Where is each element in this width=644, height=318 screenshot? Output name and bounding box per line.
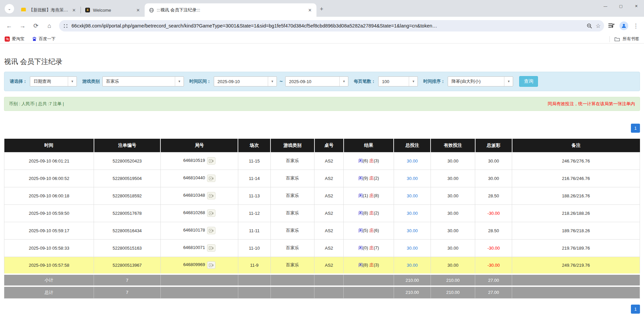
replay-video-icon[interactable] [207,192,215,199]
cell-table-no: AS2 [314,152,344,170]
cell-bet-id: 522800519504 [94,170,161,187]
query-button[interactable]: 查询 [519,76,538,87]
total-row: 总计 7 210.00 210.00 27.00 [4,286,640,298]
page-title: 视讯 会员下注纪录 [4,57,640,66]
cell-payout: 28.50 [475,187,512,204]
cell-game-type: 百家乐 [270,257,314,274]
tab-close-icon[interactable]: ✕ [307,7,313,13]
cell-valid-bet: 30.00 [431,152,475,170]
browser-toolbar: ← → ⟳ ⌂ 66cxkj98.com/ipl/portal.php/game… [0,17,644,35]
chevron-down-icon: ▼ [175,77,184,86]
header-game-type: 游戏类别 [270,139,314,152]
forward-icon[interactable]: → [17,20,28,31]
profile-avatar[interactable] [620,21,628,30]
bookmark-label: 百度一下 [39,36,56,42]
minimize-button[interactable]: — [598,0,613,12]
replay-video-icon[interactable] [207,227,215,234]
cell-total-bet[interactable]: 30.00 [394,204,431,222]
cell-bet-id: 522800520423 [94,152,161,170]
total-valid-bet: 210.00 [431,286,475,298]
tab-forum[interactable]: 【新提醒】海燕策略论坛 - 综合 ✕ [17,3,81,17]
replay-video-icon[interactable] [207,157,215,165]
cell-time: 2025-09-10 05:58:33 [4,239,94,257]
cell-total-bet[interactable]: 30.00 [394,222,431,239]
cell-valid-bet: 30.00 [431,239,475,257]
cell-note: 219.76/189.76 [512,239,640,257]
cell-total-bet[interactable]: 30.00 [394,152,431,170]
date-range-label: 时间区间： [189,78,211,84]
bookmark-aitaobao[interactable]: 淘 爱淘宝 [5,36,24,42]
replay-video-icon[interactable] [207,209,215,217]
bookmark-star-icon[interactable]: ☆ [596,22,601,29]
page-number-button-bottom[interactable]: 1 [631,305,640,314]
tab-welcome[interactable]: ⵣ Welcome ✕ [81,3,145,17]
header-time: 时间 [4,139,94,152]
round-number: 646810268 [183,210,205,215]
home-icon[interactable]: ⌂ [44,20,55,31]
cell-game-type: 百家乐 [270,152,314,170]
back-icon[interactable]: ← [3,20,15,31]
subtotal-valid-bet: 210.00 [431,274,475,286]
url-text[interactable]: 66cxkj98.com/ipl/portal.php/game/betreco… [71,23,583,28]
chevron-down-icon: ▼ [68,77,77,86]
subtotal-total-bet: 210.00 [394,274,431,286]
cell-game-type: 百家乐 [270,204,314,222]
cell-session: 11-14 [238,170,270,187]
cell-session: 11-11 [238,222,270,239]
date-from-select[interactable]: 2025-09-10 ▼ [214,76,277,86]
tab-search-button[interactable]: ⌄ [5,4,14,13]
cell-bet-id: 522800517678 [94,204,161,222]
tab-close-icon[interactable]: ✕ [71,7,77,13]
cell-table-no: AS2 [314,257,344,274]
close-button[interactable]: ✕ [629,0,644,12]
cell-round: 646810348 [160,187,238,204]
cell-total-bet[interactable]: 30.00 [394,239,431,257]
total-label: 总计 [4,286,94,298]
address-bar[interactable]: 66cxkj98.com/ipl/portal.php/game/betreco… [59,20,604,31]
cell-total-bet[interactable]: 30.00 [394,257,431,274]
cell-bet-id: 522800518592 [94,187,161,204]
site-settings-icon[interactable] [63,23,68,28]
replay-video-icon[interactable] [207,261,215,269]
cell-game-type: 百家乐 [270,187,314,204]
game-type-label: 游戏类别 [82,78,100,84]
cell-round: 646810178 [160,222,238,239]
cell-bet-id: 522800515163 [94,239,161,257]
tab-bet-record[interactable]: :::视讯 会员下注纪录::: ✕ [145,3,316,17]
replay-video-icon[interactable] [207,175,215,182]
replay-video-icon[interactable] [207,244,215,252]
cell-note: 216.76/246.76 [512,170,640,187]
game-type-select[interactable]: 百家乐 ▼ [102,76,184,86]
cell-total-bet[interactable]: 30.00 [394,187,431,204]
toolbar-right: ⋮ [608,21,641,30]
cell-total-bet[interactable]: 30.00 [394,170,431,187]
tab-close-icon[interactable]: ✕ [135,7,141,13]
all-bookmarks[interactable]: 所有书签 [609,36,639,42]
date-to-select[interactable]: 2025-09-10 ▼ [285,76,348,86]
round-number: 646810440 [183,175,205,180]
total-payout: 27.00 [475,286,512,298]
sort-label: 时间排序： [423,78,445,84]
maximize-button[interactable]: ▢ [613,0,629,12]
reload-icon[interactable]: ⟳ [30,20,42,31]
cell-result: 闲(9) 庄(2) [344,170,394,187]
bookmark-baidu[interactable]: 百度一下 [32,36,56,42]
cell-session: 11-9 [238,257,270,274]
all-bookmarks-label: 所有书签 [623,36,639,42]
table-row: 2025-09-10 05:57:58522800513967646809969… [4,257,640,274]
sort-select[interactable]: 降幂(由大到小) ▼ [448,76,513,86]
media-playlist-icon[interactable] [608,23,615,29]
page-size-select[interactable]: 100 ▼ [378,76,418,86]
round-number: 646810519 [183,158,205,163]
cell-payout: -30.00 [475,239,512,257]
zoom-out-icon[interactable] [587,23,592,29]
header-valid-bet: 有效投注 [431,139,475,152]
new-tab-button[interactable]: + [320,6,324,13]
window-controls: — ▢ ✕ [598,0,644,12]
page-content: 视讯 会员下注纪录 请选择： 日期查询 ▼ 游戏类别 百家乐 ▼ 时间区间： 2… [0,57,644,314]
browser-menu-icon[interactable]: ⋮ [633,22,639,29]
query-mode-select[interactable]: 日期查询 ▼ [30,76,77,86]
cell-payout: 30.00 [475,152,512,170]
page-number-button-top[interactable]: 1 [631,124,640,133]
cell-table-no: AS2 [314,222,344,239]
